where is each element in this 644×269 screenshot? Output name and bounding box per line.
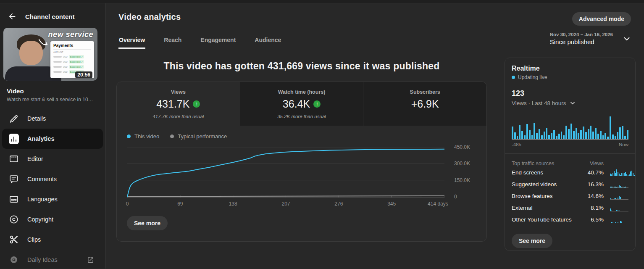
sidebar-item-details[interactable]: Details [0,108,105,129]
legend-typical-performance: Typical performance [170,133,227,140]
payments-card-column: AMOUNT [53,51,91,53]
analytics-icon [9,134,19,144]
legend-dot-icon [170,134,174,138]
metric-card-views[interactable]: Views 431.7K ↑ 417.7K more than usual [117,82,240,126]
realtime-views-count: 123 [512,89,628,98]
traffic-row-end-screens[interactable]: End screens 40.7% [512,166,628,178]
legend-dot-icon [127,134,131,138]
languages-icon [9,194,19,204]
sidebar: Channel content new service Payments AMO… [0,3,105,269]
metric-tabs: Views 431.7K ↑ 417.7K more than usual Wa… [117,82,486,126]
sidebar-item-comments[interactable]: Comments [0,169,105,189]
daily-ideas-icon [9,255,19,265]
sidebar-item-label: Daily Ideas [27,256,58,263]
sidebar-item-label: Details [27,115,46,122]
metric-card-subscribers[interactable]: Subscribers +6.9K [363,82,486,126]
trend-up-icon: ↑ [193,100,200,108]
legend-this-video: This video [127,133,159,140]
external-link-icon [87,256,94,264]
sidebar-item-daily-ideas[interactable]: Daily Ideas [0,250,105,269]
traffic-sparkline [610,193,628,200]
date-range-picker[interactable]: Nov 30, 2024 – Jan 16, 2026 Since publis… [550,32,631,45]
sidebar-item-languages[interactable]: Languages [0,189,105,209]
y-axis-labels: 450.0K300.0K150.0K0 [444,144,486,198]
sidebar-item-label: Clips [27,236,41,243]
realtime-bar-chart[interactable] [512,116,628,140]
pencil-icon [9,113,19,124]
payments-card-title: Payments [53,43,91,50]
divider [505,153,635,154]
comments-icon [9,174,19,184]
live-dot-icon [512,76,515,79]
main-content: Video analytics Advanced mode Overview R… [105,3,644,269]
chart-legend: This video Typical performance [117,126,486,144]
metric-label: Views [120,89,237,95]
traffic-sparkline [610,216,628,223]
traffic-sparkline [610,181,628,188]
metric-value: +6.9K [411,98,439,110]
metric-value: 36.4K [283,98,310,110]
tab-overview[interactable]: Overview [118,32,145,49]
thumbnail-overlay-title: new service [48,30,93,39]
advanced-mode-button[interactable]: Advanced mode [572,12,631,26]
back-button[interactable] [8,12,17,21]
metric-delta [367,114,483,120]
thumbnail-arrow-icon [38,39,49,48]
video-thumbnail[interactable]: new service Payments AMOUNT USDSucceeded… [3,28,97,81]
x-axis-labels: 069138207276345414 days [127,201,444,208]
overview-chart-card: Views 431.7K ↑ 417.7K more than usual Wa… [116,82,487,242]
metric-label: Subscribers [367,89,483,95]
sidebar-item-label: Editor [27,156,43,162]
tab-reach[interactable]: Reach [163,32,182,49]
metric-value: 431.7K [156,98,189,110]
realtime-axis-labels: -48h Now [512,142,628,147]
metric-label: Watch time (hours) [244,89,360,95]
date-mode-text: Since published [550,38,613,45]
traffic-sparkline [610,204,628,211]
scissors-icon [9,235,19,245]
traffic-sparkline [610,169,628,176]
views-headline: This video has gotten 431,669 views sinc… [116,61,487,72]
window-top-strip [0,0,644,3]
sidebar-item-copyright[interactable]: Copyright [0,209,105,229]
arrow-back-icon [8,12,17,21]
sidebar-nav: Details Analytics Editor Comments [0,108,105,269]
date-range-text: Nov 30, 2024 – Jan 16, 2026 [550,32,613,37]
page-title: Video analytics [118,12,181,22]
metric-delta: 417.7K more than usual [120,114,237,120]
traffic-row-browse-features[interactable]: Browse features 14.6% [512,190,628,202]
sidebar-item-clips[interactable]: Clips [0,229,105,250]
see-more-button[interactable]: See more [127,216,168,230]
traffic-table-header: Top traffic sources Views [512,161,628,166]
realtime-see-more-button[interactable]: See more [512,234,552,248]
chevron-down-icon [622,34,631,43]
metric-delta: 35.2K more than usual [244,114,360,120]
sidebar-item-label: Comments [27,176,57,182]
realtime-title: Realtime [512,65,628,72]
traffic-row-other-youtube-features[interactable]: Other YouTube features 6.5% [512,214,628,225]
editor-icon [9,154,19,164]
views-line-chart[interactable] [127,144,444,198]
tab-audience[interactable]: Audience [254,32,281,49]
sidebar-item-label: Copyright [27,216,53,223]
trend-up-icon: ↑ [313,100,321,108]
realtime-metric-selector[interactable]: Views · Last 48 hours [512,100,628,106]
traffic-row-suggested-videos[interactable]: Suggested videos 16.3% [512,178,628,190]
video-duration-badge: 20:56 [75,71,92,78]
video-type-label: Video [7,87,98,95]
tab-engagement[interactable]: Engagement [200,32,236,49]
chevron-down-icon [569,100,576,106]
sidebar-title: Channel content [25,13,75,20]
traffic-row-external[interactable]: External 8.1% [512,202,628,214]
analytics-tabs: Overview Reach Engagement Audience Nov 3… [105,32,644,49]
metric-card-watch-time[interactable]: Watch time (hours) 36.4K ↑ 35.2K more th… [240,82,363,126]
sidebar-item-editor[interactable]: Editor [0,149,105,169]
realtime-panel: Realtime Updating live 123 Views · Last … [505,58,636,251]
sidebar-item-label: Analytics [27,135,54,142]
sidebar-item-analytics[interactable]: Analytics [2,129,103,149]
sidebar-item-label: Languages [27,196,58,203]
video-title: Watch me start & sell a service in 10… [7,97,98,103]
copyright-icon [9,214,19,224]
updating-live-text: Updating live [518,74,547,80]
